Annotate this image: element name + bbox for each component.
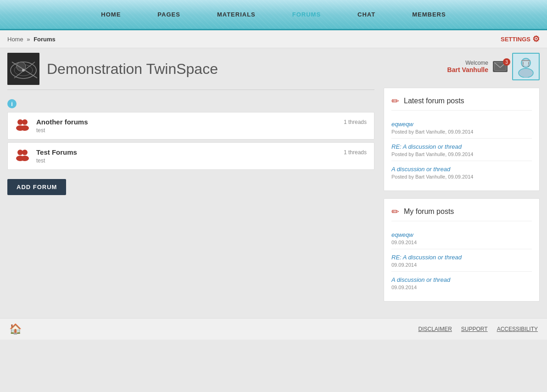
my-post-title-1[interactable]: eqweqw	[391, 231, 413, 238]
forum-info-1: Another forums test	[36, 118, 367, 134]
svg-point-17	[519, 68, 533, 78]
breadcrumb-bar: Home » Forums SETTINGS ⚙	[0, 30, 547, 48]
user-name: Bart Vanhulle	[447, 66, 488, 73]
forum-name-2[interactable]: Test Forums	[36, 148, 77, 156]
main-container: Demonstration TwinSpace i Another forums	[0, 48, 547, 318]
latest-post-2: RE: A discussion or thread Posted by Bar…	[391, 139, 532, 161]
info-icon-wrap: i	[7, 99, 374, 108]
nav-home[interactable]: HOME	[83, 11, 139, 18]
settings-link[interactable]: SETTINGS ⚙	[501, 34, 540, 44]
my-posts-panel: ✏ My forum posts eqweqw 09.09.2014 RE: A…	[384, 198, 540, 302]
breadcrumb-current: Forums	[33, 36, 56, 43]
svg-point-12	[22, 150, 28, 155]
forum-info-2: Test Forums test	[36, 148, 367, 164]
user-card: Welcome Bart Vanhulle 3	[384, 53, 540, 80]
my-post-date-3: 09.09.2014	[391, 285, 532, 290]
breadcrumb: Home » Forums	[7, 36, 56, 43]
gear-icon: ⚙	[532, 34, 540, 44]
breadcrumb-separator: »	[27, 36, 30, 43]
navbar: HOME PAGES MATERIALS FORUMS CHAT MEMBERS	[0, 0, 547, 30]
forum-group-icon-2	[15, 148, 30, 164]
forum-item: Another forums test 1 threads	[7, 112, 374, 140]
nav-materials[interactable]: MATERIALS	[199, 11, 274, 18]
footer-disclaimer[interactable]: DISCLAIMER	[418, 326, 452, 332]
site-title: Demonstration TwinSpace	[47, 61, 218, 78]
svg-rect-23	[521, 60, 530, 61]
latest-post-title-2[interactable]: RE: A discussion or thread	[391, 143, 462, 150]
nav-chat[interactable]: CHAT	[339, 11, 394, 18]
latest-post-meta-3: Posted by Bart Vanhulle, 09.09.2014	[391, 174, 532, 179]
footer: 🏠 DISCLAIMER SUPPORT ACCESSIBILITY	[0, 318, 547, 340]
my-post-2: RE: A discussion or thread 09.09.2014	[391, 249, 532, 272]
site-header: Demonstration TwinSpace	[7, 53, 374, 90]
my-post-title-3[interactable]: A discussion or thread	[391, 276, 450, 283]
footer-support[interactable]: SUPPORT	[461, 326, 488, 332]
info-icon: i	[7, 99, 17, 108]
message-badge: 3	[503, 58, 510, 66]
user-info: Welcome Bart Vanhulle	[447, 60, 488, 73]
content-area: Demonstration TwinSpace i Another forums	[7, 53, 374, 309]
latest-post-1: eqweqw Posted by Bart Vanhulle, 09.09.20…	[391, 116, 532, 139]
breadcrumb-home[interactable]: Home	[7, 36, 23, 43]
my-post-3: A discussion or thread 09.09.2014	[391, 272, 532, 294]
my-panel-header: ✏ My forum posts	[391, 206, 532, 221]
my-post-title-2[interactable]: RE: A discussion or thread	[391, 254, 462, 261]
avatar[interactable]	[512, 53, 540, 80]
message-badge-wrap[interactable]: 3	[493, 61, 508, 72]
my-post-date-1: 09.09.2014	[391, 240, 532, 245]
forum-name-1[interactable]: Another forums	[36, 118, 88, 126]
nav-forums[interactable]: FORUMS	[274, 11, 339, 18]
svg-point-10	[21, 125, 29, 131]
latest-post-meta-2: Posted by Bart Vanhulle, 09.09.2014	[391, 151, 532, 157]
nav-members[interactable]: MEMBERS	[394, 11, 464, 18]
latest-panel-header: ✏ Latest forum posts	[391, 95, 532, 111]
sidebar: Welcome Bart Vanhulle 3	[384, 53, 540, 309]
forum-item-2: Test Forums test 1 threads	[7, 142, 374, 170]
latest-post-meta-1: Posted by Bart Vanhulle, 09.09.2014	[391, 129, 532, 134]
latest-posts-panel: ✏ Latest forum posts eqweqw Posted by Ba…	[384, 88, 540, 191]
forum-threads-1: 1 threads	[344, 119, 367, 125]
my-post-1: eqweqw 09.09.2014	[391, 227, 532, 249]
latest-post-title-3[interactable]: A discussion or thread	[391, 166, 450, 173]
pencil-icon-latest: ✏	[391, 95, 399, 106]
forum-desc-2: test	[36, 157, 367, 164]
nav-pages[interactable]: PAGES	[139, 11, 199, 18]
pencil-icon-my: ✏	[391, 206, 399, 217]
forum-group-icon-1	[15, 118, 30, 134]
add-forum-button[interactable]: ADD FORUM	[7, 179, 66, 195]
latest-post-title-1[interactable]: eqweqw	[391, 121, 413, 128]
forum-threads-2: 1 threads	[344, 149, 367, 156]
my-post-date-2: 09.09.2014	[391, 262, 532, 268]
svg-point-6	[22, 69, 25, 72]
svg-point-8	[22, 119, 28, 125]
latest-post-3: A discussion or thread Posted by Bart Va…	[391, 161, 532, 183]
footer-accessibility[interactable]: ACCESSIBILITY	[497, 326, 538, 332]
welcome-text: Welcome	[447, 60, 488, 66]
forum-list: Another forums test 1 threads Test Forum…	[7, 112, 374, 170]
site-logo	[7, 53, 39, 85]
my-panel-title: My forum posts	[404, 207, 454, 216]
forum-desc-1: test	[36, 127, 367, 134]
footer-links: DISCLAIMER SUPPORT ACCESSIBILITY	[418, 326, 538, 332]
home-icon[interactable]: 🏠	[9, 323, 22, 335]
settings-label: SETTINGS	[501, 36, 530, 43]
svg-point-14	[21, 156, 29, 161]
latest-panel-title: Latest forum posts	[404, 97, 464, 105]
